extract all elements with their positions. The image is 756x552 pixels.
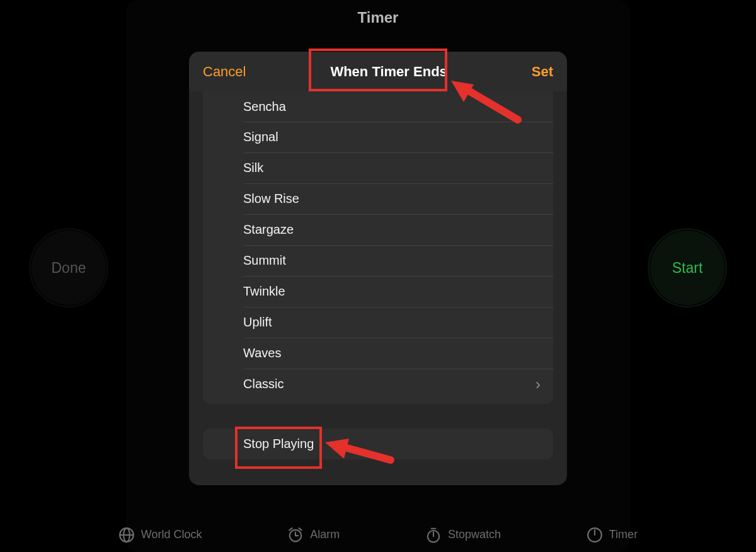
tab-label: Timer: [609, 528, 638, 541]
sound-label: Twinkle: [243, 284, 285, 299]
sound-label: Stargaze: [243, 222, 294, 237]
tab-timer[interactable]: Timer: [587, 527, 638, 543]
set-button[interactable]: Set: [532, 64, 553, 80]
sound-label: Sencha: [243, 100, 286, 114]
tab-bar: World Clock Alarm Stopwatch Timer: [0, 517, 756, 552]
sound-option-silk[interactable]: Silk: [203, 152, 553, 183]
sound-option-slow-rise[interactable]: Slow Rise: [203, 183, 553, 214]
svg-line-6: [290, 528, 292, 530]
globe-icon: [118, 527, 135, 543]
sound-label: Signal: [243, 130, 278, 144]
tab-alarm[interactable]: Alarm: [287, 527, 340, 543]
timer-icon: [587, 527, 603, 543]
done-button-label: Done: [52, 260, 86, 277]
done-button[interactable]: Done: [32, 231, 106, 305]
chevron-right-icon: ›: [536, 376, 541, 393]
stop-playing-option[interactable]: Stop Playing: [203, 428, 553, 459]
sound-label: Slow Rise: [243, 192, 299, 206]
sound-option-sencha[interactable]: Sencha: [203, 91, 553, 122]
sound-option-summit[interactable]: Summit: [203, 245, 553, 276]
sound-option-classic[interactable]: Classic ›: [203, 369, 553, 400]
sound-label: Summit: [243, 253, 286, 268]
tab-label: Alarm: [310, 528, 340, 541]
svg-line-7: [299, 528, 302, 530]
tab-world-clock[interactable]: World Clock: [118, 527, 202, 543]
sound-label: Uplift: [243, 315, 272, 330]
alarm-clock-icon: [287, 527, 304, 543]
sheet-header: Cancel When Timer Ends Set: [189, 52, 567, 91]
stop-playing-label: Stop Playing: [243, 437, 314, 451]
when-timer-ends-sheet: Cancel When Timer Ends Set Sencha Signal…: [189, 52, 567, 485]
sound-option-twinkle[interactable]: Twinkle: [203, 276, 553, 307]
stopwatch-icon: [425, 527, 442, 543]
sheet-title: When Timer Ends: [246, 64, 531, 80]
cancel-button[interactable]: Cancel: [203, 64, 246, 80]
sound-label: Silk: [243, 161, 263, 175]
sound-option-signal[interactable]: Signal: [203, 122, 553, 152]
sound-label: Waves: [243, 346, 281, 360]
start-button[interactable]: Start: [650, 231, 724, 305]
sound-option-stargaze[interactable]: Stargaze: [203, 214, 553, 245]
tab-label: Stopwatch: [448, 528, 501, 541]
page-title: Timer: [0, 9, 756, 26]
sound-list[interactable]: Sencha Signal Silk Slow Rise Stargaze Su…: [203, 91, 553, 404]
sound-label: Classic: [243, 377, 284, 391]
sound-option-waves[interactable]: Waves: [203, 338, 553, 369]
tab-stopwatch[interactable]: Stopwatch: [425, 527, 501, 543]
sound-option-uplift[interactable]: Uplift: [203, 307, 553, 338]
tab-label: World Clock: [141, 528, 202, 541]
start-button-label: Start: [672, 260, 703, 277]
